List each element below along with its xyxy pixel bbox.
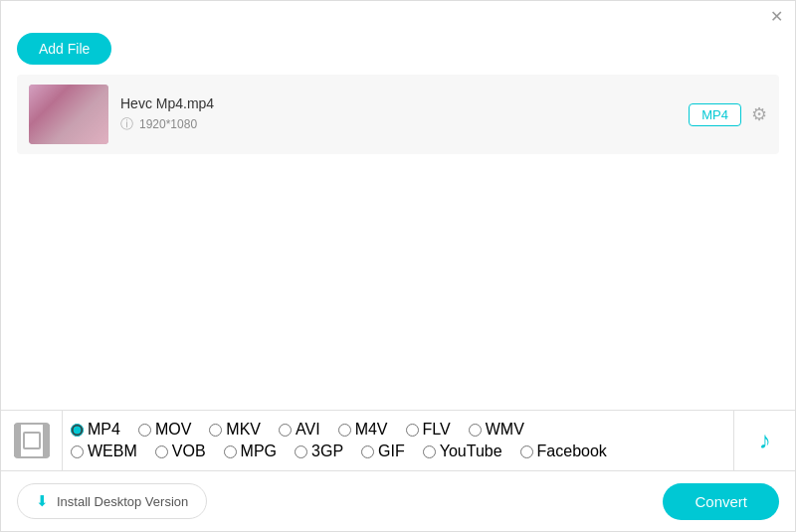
- file-list-item: Hevc Mp4.mp4 ⓘ 1920*1080 MP4 ⚙: [17, 75, 779, 154]
- radio-mp4[interactable]: [71, 424, 84, 437]
- download-icon: ⬇: [36, 492, 49, 510]
- radio-wmv[interactable]: [469, 424, 482, 437]
- format-option-avi[interactable]: AVI: [279, 421, 320, 439]
- format-option-webm[interactable]: WEBM: [71, 443, 137, 460]
- file-resolution: 1920*1080: [139, 117, 197, 131]
- radio-vob[interactable]: [155, 445, 168, 458]
- thumbnail-image: [29, 85, 108, 144]
- format-selector: MP4 MOV MKV AVI M4V FLV: [1, 410, 795, 471]
- settings-icon[interactable]: ⚙: [751, 103, 767, 125]
- radio-m4v[interactable]: [338, 424, 351, 437]
- label-wmv: WMV: [486, 421, 524, 439]
- radio-mov[interactable]: [138, 424, 151, 437]
- radio-mpg[interactable]: [224, 445, 237, 458]
- install-label: Install Desktop Version: [57, 494, 188, 509]
- file-meta: ⓘ 1920*1080: [120, 115, 677, 133]
- format-option-mpg[interactable]: MPG: [224, 443, 277, 460]
- label-gif: GIF: [378, 443, 405, 460]
- format-options: MP4 MOV MKV AVI M4V FLV: [63, 411, 733, 470]
- radio-youtube[interactable]: [423, 445, 436, 458]
- add-file-button[interactable]: Add File: [17, 33, 111, 65]
- info-icon: ⓘ: [120, 115, 133, 133]
- convert-button[interactable]: Convert: [663, 483, 779, 520]
- label-m4v: M4V: [355, 421, 388, 439]
- label-flv: FLV: [423, 421, 451, 439]
- file-actions: MP4 ⚙: [689, 103, 767, 126]
- label-youtube: YouTube: [440, 443, 502, 460]
- film-inner: [23, 432, 41, 449]
- label-facebook: Facebook: [537, 443, 607, 460]
- format-option-3gp[interactable]: 3GP: [295, 443, 343, 460]
- format-icon-right: ♪: [733, 411, 795, 470]
- format-option-vob[interactable]: VOB: [155, 443, 206, 460]
- film-icon: [14, 423, 50, 458]
- label-3gp: 3GP: [311, 443, 343, 460]
- radio-avi[interactable]: [279, 424, 292, 437]
- label-webm: WEBM: [88, 443, 137, 460]
- format-option-gif[interactable]: GIF: [361, 443, 405, 460]
- format-option-wmv[interactable]: WMV: [469, 421, 524, 439]
- install-desktop-button[interactable]: ⬇ Install Desktop Version: [17, 483, 207, 519]
- label-avi: AVI: [296, 421, 320, 439]
- radio-flv[interactable]: [406, 424, 419, 437]
- label-mov: MOV: [155, 421, 191, 439]
- radio-mkv[interactable]: [209, 424, 222, 437]
- music-icon: ♪: [759, 427, 771, 454]
- file-name: Hevc Mp4.mp4: [120, 95, 677, 111]
- close-button[interactable]: ✕: [770, 9, 783, 25]
- footer: ⬇ Install Desktop Version Convert: [1, 471, 795, 531]
- format-icon-left: [1, 411, 63, 470]
- format-option-mov[interactable]: MOV: [138, 421, 191, 439]
- title-bar: ✕: [1, 1, 795, 33]
- content-area: [1, 154, 795, 403]
- toolbar: Add File: [1, 33, 795, 75]
- format-badge[interactable]: MP4: [689, 103, 741, 126]
- format-option-youtube[interactable]: YouTube: [423, 443, 502, 460]
- format-option-mkv[interactable]: MKV: [209, 421, 261, 439]
- format-option-flv[interactable]: FLV: [406, 421, 451, 439]
- file-thumbnail: [29, 85, 108, 144]
- label-mkv: MKV: [226, 421, 261, 439]
- format-option-mp4[interactable]: MP4: [71, 421, 120, 439]
- format-option-facebook[interactable]: Facebook: [520, 443, 607, 460]
- radio-3gp[interactable]: [295, 445, 307, 458]
- radio-facebook[interactable]: [520, 445, 533, 458]
- radio-webm[interactable]: [71, 445, 84, 458]
- format-option-m4v[interactable]: M4V: [338, 421, 388, 439]
- file-info: Hevc Mp4.mp4 ⓘ 1920*1080: [120, 95, 677, 133]
- label-mp4: MP4: [88, 421, 120, 439]
- label-vob: VOB: [172, 443, 206, 460]
- format-row-2: WEBM VOB MPG 3GP GIF YouTube: [71, 443, 725, 460]
- label-mpg: MPG: [241, 443, 277, 460]
- radio-gif[interactable]: [361, 445, 374, 458]
- format-row-1: MP4 MOV MKV AVI M4V FLV: [71, 421, 725, 439]
